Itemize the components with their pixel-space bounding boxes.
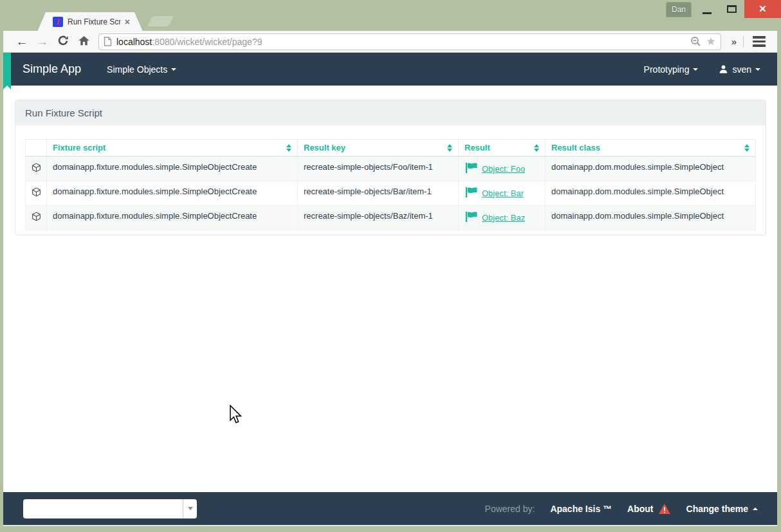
menu-prototyping[interactable]: Prototyping bbox=[644, 64, 699, 75]
user-name: sven bbox=[732, 64, 751, 75]
maximize-button[interactable] bbox=[719, 0, 744, 18]
cell-result: Object: Foo bbox=[459, 156, 546, 181]
url-path: :8080/wicket/wicket/page?9 bbox=[152, 37, 262, 47]
panel-body: Fixture script Result key Result Result … bbox=[15, 125, 766, 235]
user-menu[interactable]: sven bbox=[719, 64, 760, 75]
cube-icon bbox=[32, 187, 41, 197]
cell-fixture-script: domainapp.fixture.modules.simple.SimpleO… bbox=[47, 181, 298, 205]
forward-icon[interactable]: → bbox=[34, 35, 51, 48]
footer-links: Powered by: Apache Isis ™ About Change t… bbox=[485, 503, 758, 515]
home-glyph bbox=[78, 35, 90, 46]
fixture-panel: Run Fixture Script Fixture script Result… bbox=[15, 100, 766, 235]
cell-icon bbox=[26, 205, 47, 230]
bookmark-star-icon[interactable]: ★ bbox=[706, 36, 715, 47]
object-link[interactable]: Object: Bar bbox=[482, 188, 524, 198]
cell-result-key: recreate-simple-objects/Bar/item-1 bbox=[298, 181, 459, 205]
user-icon bbox=[719, 64, 728, 74]
tab-close-icon[interactable]: × bbox=[125, 17, 130, 27]
about-link[interactable]: About bbox=[627, 503, 670, 515]
browser-chrome: Dan ✕ I Run Fixture Script × ← → bbox=[0, 0, 781, 53]
cell-icon bbox=[26, 156, 47, 181]
header-icon-col bbox=[26, 140, 47, 157]
page-title: Run Fixture Script bbox=[15, 100, 766, 125]
cell-fixture-script: domainapp.fixture.modules.simple.SimpleO… bbox=[47, 205, 298, 230]
about-label: About bbox=[627, 504, 653, 514]
sort-icon[interactable] bbox=[447, 144, 452, 152]
apache-isis-link[interactable]: Apache Isis ™ bbox=[550, 504, 612, 514]
table-row: domainapp.fixture.modules.simple.SimpleO… bbox=[26, 156, 756, 181]
menu-icon[interactable] bbox=[748, 36, 769, 47]
flag-icon bbox=[464, 187, 479, 198]
main-area: Run Fixture Script Fixture script Result… bbox=[3, 86, 777, 492]
cell-result-class: domainapp.dom.modules.simple.SimpleObjec… bbox=[546, 205, 756, 230]
chevron-down-icon bbox=[171, 68, 176, 71]
tab-title: Run Fixture Script bbox=[68, 17, 120, 26]
cube-icon bbox=[32, 163, 41, 172]
footer-select[interactable] bbox=[23, 499, 197, 518]
reload-icon[interactable] bbox=[55, 35, 71, 48]
app-footer: Powered by: Apache Isis ™ About Change t… bbox=[3, 492, 777, 526]
warning-icon bbox=[658, 503, 671, 515]
header-result-key[interactable]: Result key bbox=[298, 140, 459, 157]
mouse-cursor bbox=[229, 405, 243, 424]
header-fixture-script[interactable]: Fixture script bbox=[47, 140, 298, 157]
cube-icon bbox=[32, 212, 41, 221]
sort-icon[interactable] bbox=[534, 144, 539, 152]
powered-by-label: Powered by: bbox=[485, 504, 535, 514]
home-icon[interactable] bbox=[75, 35, 92, 48]
menu-simple-objects-label: Simple Objects bbox=[107, 64, 167, 75]
cell-icon bbox=[26, 181, 47, 205]
page-icon bbox=[104, 37, 112, 46]
minimize-icon bbox=[703, 12, 712, 14]
header-label: Result key bbox=[304, 143, 345, 152]
url-host: localhost bbox=[116, 37, 152, 47]
zoom-out-icon[interactable] bbox=[690, 36, 701, 47]
menu-prototyping-label: Prototyping bbox=[644, 64, 690, 75]
table-row: domainapp.fixture.modules.simple.SimpleO… bbox=[26, 205, 756, 230]
new-tab-button[interactable] bbox=[147, 16, 174, 26]
cell-result: Object: Bar bbox=[459, 181, 546, 205]
sort-icon[interactable] bbox=[744, 144, 749, 152]
fixture-results-table: Fixture script Result key Result Result … bbox=[25, 139, 756, 230]
close-button[interactable]: ✕ bbox=[744, 0, 781, 18]
object-link[interactable]: Object: Baz bbox=[482, 213, 525, 223]
address-bar[interactable]: localhost:8080/wicket/wicket/page?9 ★ bbox=[98, 33, 721, 50]
brand-ribbon bbox=[3, 53, 11, 89]
change-theme-label: Change theme bbox=[686, 504, 748, 514]
menu-simple-objects[interactable]: Simple Objects bbox=[107, 64, 176, 75]
toolbar-separator bbox=[743, 36, 744, 48]
header-label: Result class bbox=[551, 143, 600, 152]
chrome-profile-badge[interactable]: Dan bbox=[666, 2, 692, 17]
sort-icon[interactable] bbox=[286, 144, 291, 152]
page-content: Simple App Simple Objects Prototyping sv… bbox=[3, 53, 777, 526]
chevron-up-icon bbox=[753, 508, 758, 510]
browser-tab[interactable]: I Run Fixture Script × bbox=[37, 12, 143, 32]
cell-result-key: recreate-simple-objects/Foo/item-1 bbox=[298, 156, 459, 181]
change-theme-link[interactable]: Change theme bbox=[686, 504, 758, 514]
cell-result: Object: Baz bbox=[459, 205, 546, 230]
reload-glyph bbox=[57, 35, 69, 46]
chevron-down-icon bbox=[693, 68, 698, 71]
url-text[interactable]: localhost:8080/wicket/wicket/page?9 bbox=[116, 37, 686, 47]
navbar-right: Prototyping sven bbox=[644, 64, 760, 75]
browser-toolbar: ← → localhost:8080/wicket/wicket/page?9 bbox=[3, 31, 777, 53]
select-dropdown-icon[interactable] bbox=[183, 499, 197, 518]
flag-icon bbox=[464, 211, 479, 223]
maximize-icon bbox=[727, 5, 737, 13]
cell-result-key: recreate-simple-objects/Baz/item-1 bbox=[298, 205, 459, 230]
header-result[interactable]: Result bbox=[459, 140, 546, 157]
extensions-overflow-icon[interactable]: » bbox=[729, 36, 739, 47]
cell-fixture-script: domainapp.fixture.modules.simple.SimpleO… bbox=[47, 156, 298, 181]
browser-window: Dan ✕ I Run Fixture Script × ← → bbox=[0, 0, 781, 532]
cell-result-class: domainapp.dom.modules.simple.SimpleObjec… bbox=[546, 156, 756, 181]
header-label: Fixture script bbox=[53, 143, 106, 152]
chevron-down-icon bbox=[755, 68, 760, 71]
app-navbar: Simple App Simple Objects Prototyping sv… bbox=[3, 53, 777, 86]
header-result-class[interactable]: Result class bbox=[546, 140, 756, 157]
object-link[interactable]: Object: Foo bbox=[482, 164, 525, 174]
app-brand[interactable]: Simple App bbox=[23, 62, 81, 76]
back-icon[interactable]: ← bbox=[14, 35, 30, 48]
minimize-button[interactable] bbox=[695, 0, 719, 18]
flag-icon bbox=[464, 162, 479, 174]
favicon-icon: I bbox=[53, 17, 63, 27]
